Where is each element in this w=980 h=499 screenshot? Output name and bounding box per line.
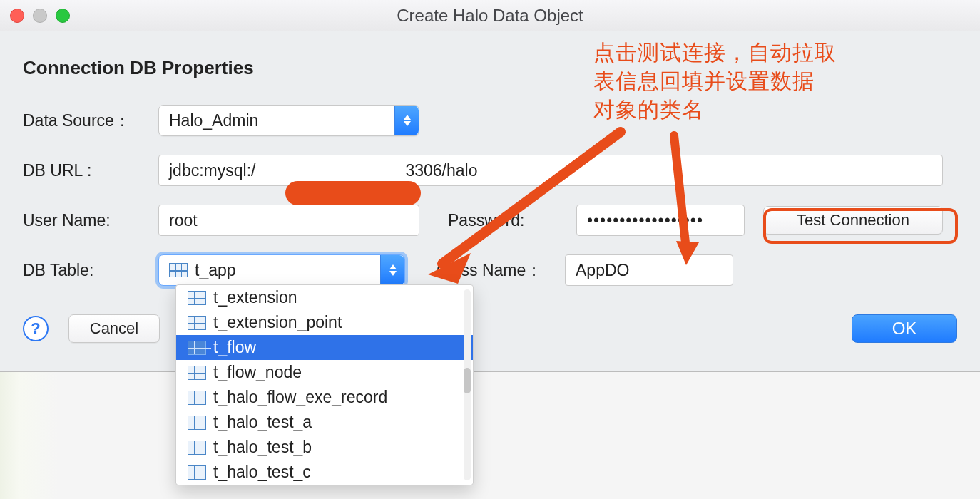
table-icon [188,391,206,405]
label-data-source: Data Source： [23,110,158,132]
test-connection-button[interactable]: Test Connection [763,206,943,235]
dropdown-item-label: t_flow [213,338,256,357]
label-password: Password: [448,211,576,230]
cancel-button[interactable]: Cancel [68,314,160,343]
redaction-mark [285,181,421,205]
dropdown-item-label: t_halo_test_b [213,438,312,457]
dropdown-item[interactable]: t_halo_test_a [176,410,473,435]
db-url-suffix: 3306/halo [405,161,477,180]
dropdown-item-label: t_halo_test_c [213,463,311,482]
table-icon [188,291,206,305]
table-icon [188,465,206,480]
db-url-prefix: jdbc:mysql:/ [169,161,255,180]
annotation-text: 点击测试连接，自动拉取 表信息回填并设置数据 对象的类名 [593,38,837,124]
dropdown-item[interactable]: t_flow_node [176,360,473,385]
window-title: Create Halo Data Object [397,6,583,26]
dropdown-item-label: t_halo_test_a [213,413,312,432]
titlebar: Create Halo Data Object [0,0,980,31]
scrollbar-thumb[interactable] [464,368,471,393]
traffic-lights [10,9,70,23]
close-window-icon[interactable] [10,9,24,23]
dropdown-item-label: t_extension [213,288,297,307]
ok-button[interactable]: OK [852,314,957,343]
table-icon [188,416,206,430]
label-db-table: DB Table: [23,261,158,280]
dropdown-item[interactable]: t_halo_test_b [176,435,473,460]
dropdown-item-label: t_flow_node [213,363,302,382]
dropdown-item[interactable]: t_extension [176,285,473,310]
dropdown-item[interactable]: t_halo_test_c [176,460,473,485]
data-source-value: Halo_Admin [159,111,394,130]
table-icon [188,341,206,355]
table-icon [188,441,206,455]
table-icon [188,366,206,380]
dropdown-item-label: t_extension_point [213,313,342,332]
table-icon [188,316,206,330]
label-db-url: DB URL : [23,161,158,180]
table-icon [169,263,188,277]
chevron-updown-icon[interactable] [394,106,419,135]
db-table-dropdown[interactable]: t_extensiont_extension_pointt_flowt_flow… [175,284,474,485]
chevron-updown-icon[interactable] [380,255,404,285]
db-url-input[interactable]: jdbc:mysql:/ 3306/halo [158,155,943,186]
user-name-input[interactable]: root [158,205,419,236]
label-class-name: Class Name： [437,259,565,282]
class-name-input[interactable]: AppDO [565,254,733,286]
label-user-name: User Name: [23,211,158,230]
dropdown-item[interactable]: t_halo_flow_exe_record [176,385,473,410]
data-source-combo[interactable]: Halo_Admin [158,105,419,136]
minimize-window-icon[interactable] [33,9,47,23]
password-input[interactable]: •••••••••••••••••• [576,205,745,236]
dropdown-scrollbar[interactable] [464,289,471,480]
dropdown-item[interactable]: t_flow [176,335,473,360]
dropdown-item[interactable]: t_extension_point [176,310,473,335]
dropdown-item-label: t_halo_flow_exe_record [213,388,387,407]
db-table-combo[interactable]: t_app [158,254,405,286]
zoom-window-icon[interactable] [56,9,70,23]
help-button[interactable]: ? [23,316,49,341]
